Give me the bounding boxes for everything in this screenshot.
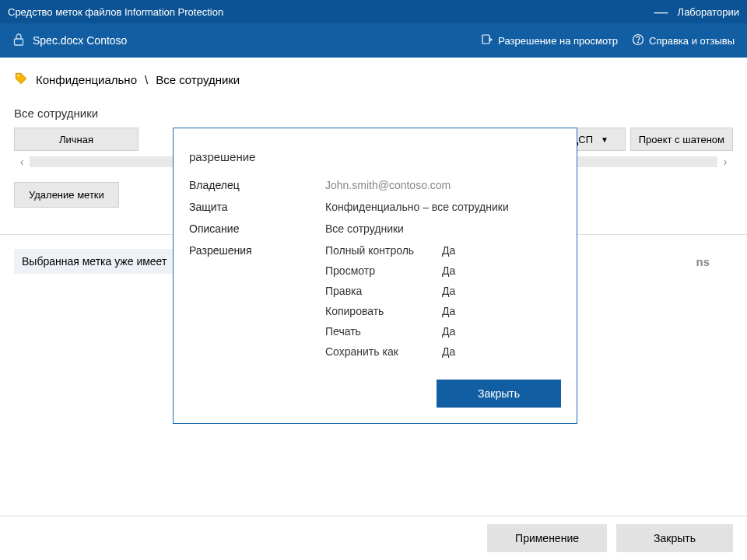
protection-label: Защита (189, 201, 325, 213)
chevron-down-icon: ▼ (601, 135, 608, 144)
dialog-close-button[interactable]: Закрыть (437, 380, 561, 408)
perm-row: Копировать Да (325, 305, 561, 317)
owner-value: John.smith@contoso.com (325, 179, 561, 191)
lab-link[interactable]: Лаборатории (678, 6, 739, 18)
label-sep: \ (145, 73, 148, 86)
sub-bar: Spec.docx Contoso Разрешение на просмотр… (0, 23, 747, 58)
protection-value: Конфиденциально – все сотрудники (325, 201, 561, 213)
description-value: Все сотрудники (325, 222, 561, 235)
close-button[interactable]: Закрыть (616, 524, 733, 552)
title-bar: Средство меток файлов Information Protec… (0, 0, 747, 23)
app-title: Средство меток файлов Information Protec… (8, 6, 654, 18)
status-tail: ns (696, 255, 733, 268)
perm-row: Сохранить как Да (325, 345, 561, 358)
permissions-label: Разрешения (189, 244, 325, 366)
tag-icon (14, 72, 28, 88)
dialog-title: разрешение (189, 150, 561, 163)
description-label: Описание (189, 222, 325, 235)
permissions-list: Полный контроль Да Просмотр Да Правка Да… (325, 244, 561, 358)
perm-row: Правка Да (325, 285, 561, 297)
help-link[interactable]: Справка и отзывы (632, 33, 735, 48)
scroll-right-icon[interactable]: › (717, 156, 733, 168)
permission-dialog: разрешение Владелец John.smith@contoso.c… (173, 128, 577, 424)
svg-rect-1 (482, 35, 489, 44)
section-title: Все сотрудники (14, 107, 733, 120)
label-prefix: Конфиденциально (36, 73, 137, 86)
footer: Применение Закрыть (0, 516, 747, 560)
perm-row: Просмотр Да (325, 264, 561, 277)
label-btn-project[interactable]: Проект с шатеном (630, 128, 733, 151)
help-icon (632, 33, 644, 48)
status-text: Выбранная метка уже имеет (14, 249, 174, 274)
svg-point-4 (17, 75, 19, 76)
minimize-button[interactable]: — (654, 4, 668, 20)
label-btn-personal[interactable]: Личная (14, 128, 139, 151)
filename: Spec.docx Contoso (33, 34, 127, 47)
perm-row: Полный контроль Да (325, 244, 561, 257)
delete-label-button[interactable]: Удаление метки (14, 182, 119, 208)
file-area: Spec.docx Contoso (12, 33, 481, 49)
lock-icon (12, 33, 25, 49)
current-label-row: Конфиденциально \ Все сотрудники (14, 72, 733, 88)
owner-label: Владелец (189, 179, 325, 191)
svg-rect-0 (15, 39, 23, 45)
label-suffix: Все сотрудники (156, 73, 240, 86)
apply-button[interactable]: Применение (487, 524, 607, 552)
perm-row: Печать Да (325, 325, 561, 338)
svg-point-3 (638, 42, 639, 43)
view-permission-link[interactable]: Разрешение на просмотр (481, 33, 618, 48)
permission-icon (481, 33, 493, 48)
scroll-left-icon[interactable]: ‹ (14, 156, 30, 168)
